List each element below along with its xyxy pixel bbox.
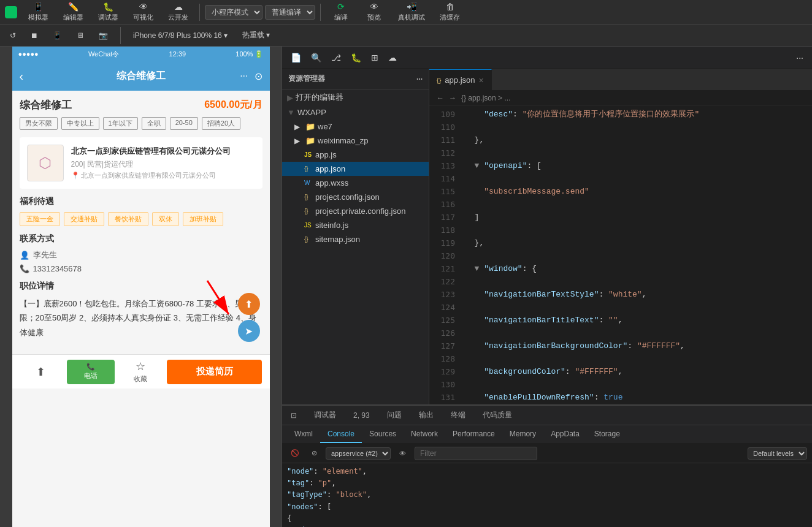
phone-icon: 📞 — [20, 264, 29, 273]
tag-gender: 男女不限 — [20, 117, 58, 130]
back-button[interactable]: ‹ — [20, 69, 24, 83]
more-btn[interactable]: ··· — [792, 50, 807, 65]
devtools-tabs: Wxml Console Sources Network Performance… — [282, 425, 812, 444]
git-btn[interactable]: ⎇ — [327, 50, 345, 65]
appwxss-file[interactable]: W app.wxss — [282, 176, 429, 190]
code-body[interactable]: 109 110 111 112 113 114 115 116 117 118 … — [429, 105, 812, 404]
welfare-title: 福利待遇 — [20, 196, 262, 207]
contact-title: 联系方式 — [20, 233, 262, 245]
open-editors-section[interactable]: ▶ 打开的编辑器 — [282, 89, 429, 105]
breadcrumb: {} app.json > ... — [461, 94, 510, 102]
share-btn[interactable]: ⬆ — [238, 293, 260, 315]
tab-wxml[interactable]: Wxml — [287, 426, 320, 443]
issues-label[interactable]: 问题 — [383, 408, 405, 423]
stop-btn[interactable]: ⏹ — [26, 29, 43, 42]
compile-select[interactable]: 普通编译 — [265, 5, 315, 20]
tag-edu: 中专以上 — [61, 117, 99, 130]
tab-storage[interactable]: Storage — [587, 426, 627, 443]
preview-btn[interactable]: 👁 预览 — [359, 1, 389, 23]
cloud-btn[interactable]: ☁ 云开发 — [162, 1, 194, 23]
file-tree-more-icon[interactable]: ··· — [416, 75, 423, 83]
appjson-file[interactable]: {} app.json — [282, 162, 429, 176]
console-filter-toggle[interactable]: ⊘ — [308, 448, 321, 458]
time-display: 12:39 — [169, 50, 186, 58]
debugger-label: 调试器 — [310, 408, 340, 423]
extensions-btn[interactable]: ⊞ — [367, 50, 382, 65]
log-level-select[interactable]: Default levels — [748, 447, 807, 460]
simulator-btn[interactable]: 📱 模拟器 — [22, 1, 55, 23]
debugger-btn[interactable]: 🐛 调试器 — [92, 1, 124, 23]
battery-display: 100% 🔋 — [236, 50, 263, 58]
terminal-label[interactable]: 终端 — [447, 408, 469, 423]
debug-btn[interactable]: 🐛 — [347, 50, 365, 65]
wxapp-section[interactable]: ▼ WXAPP — [282, 105, 429, 119]
cloud-storage-btn[interactable]: ☁ — [385, 50, 400, 65]
nav-back-icon[interactable]: ← — [437, 94, 444, 102]
tab-network[interactable]: Network — [404, 426, 445, 443]
console-clear-btn[interactable]: 🚫 — [287, 448, 303, 458]
tab-performance[interactable]: Performance — [445, 426, 502, 443]
console-line-1: "tag": "p", — [287, 477, 807, 489]
code-content: "desc": "你的位置信息将用于小程序位置接口的效果展示" }, ▼ "op… — [460, 105, 812, 404]
sitemap-file[interactable]: {} sitemap.json — [282, 232, 429, 246]
tab-console[interactable]: Console — [320, 426, 362, 443]
refresh-btn[interactable]: ↺ — [5, 29, 21, 42]
phone-btn[interactable]: 📱 — [48, 29, 67, 42]
appjson-tab[interactable]: {} app.json × — [429, 69, 492, 90]
job-title: 综合维修工 — [20, 98, 72, 112]
tab-memory[interactable]: Memory — [502, 426, 543, 443]
weixinmao-folder[interactable]: ▶ 📁 weixinmao_zp — [282, 134, 429, 148]
status-dots: ●●●●● — [18, 50, 39, 58]
nav-icons: ··· ⊙ — [240, 70, 262, 82]
more-icon[interactable]: ··· — [240, 70, 248, 82]
nav-forward-icon[interactable]: → — [449, 94, 456, 102]
screen-btn[interactable]: 🖥 — [72, 29, 89, 42]
tab-close-btn[interactable]: × — [479, 75, 484, 85]
hot-reload-btn[interactable]: 热重载 ▾ — [237, 28, 275, 42]
share-bottom-btn[interactable]: ⬆ — [17, 365, 65, 379]
appjs-file[interactable]: JS app.js — [282, 148, 429, 162]
folder-icon-weixinmao: ▶ — [294, 137, 303, 145]
file-tree-header: 资源管理器 ··· — [282, 69, 429, 89]
tab-sources[interactable]: Sources — [362, 426, 404, 443]
we7-label: we7 — [318, 122, 332, 131]
compile-btn[interactable]: ⟳ 编译 — [326, 1, 356, 23]
tab-appdata[interactable]: AppData — [543, 426, 587, 443]
real-device-btn[interactable]: 📲 真机调试 — [392, 1, 431, 23]
apply-bottom-btn[interactable]: 投递简历 — [167, 360, 262, 384]
company-location: 📍 北京一点到家供应链管理有限公司元谋分公司 — [71, 171, 255, 180]
camera-icon[interactable]: ⊙ — [255, 70, 262, 82]
sitemap-label: sitemap.json — [315, 235, 360, 244]
project-private-config-file[interactable]: {} project.private.config.json — [282, 204, 429, 218]
search-btn[interactable]: 🔍 — [307, 50, 325, 65]
appservice-select[interactable]: appservice (#2) — [326, 447, 391, 460]
console-line-3: "nodes": [ — [287, 501, 807, 513]
screenshot-btn[interactable]: 📷 — [94, 29, 113, 42]
collect-bottom-btn[interactable]: ☆ 收藏 — [117, 360, 165, 384]
console-filter-input[interactable] — [415, 447, 537, 460]
siteinfo-file[interactable]: JS siteinfo.js — [282, 218, 429, 232]
file-explorer-btn[interactable]: 📄 — [287, 50, 305, 65]
code-quality-label[interactable]: 代码质量 — [479, 408, 516, 423]
location-icon: 📍 — [71, 172, 80, 180]
device-select[interactable]: iPhone 6/7/8 Plus 100% 16 ▾ — [128, 29, 232, 42]
visual-btn[interactable]: 👁 可视化 — [127, 1, 159, 23]
phone-screen[interactable]: ●●●●● WeChat令 12:39 100% 🔋 ‹ 综合维修工 ··· ⊙ — [12, 47, 270, 527]
devtools-toggle-btn[interactable]: ⊡ — [287, 409, 301, 422]
sitemap-icon: {} — [304, 236, 313, 243]
call-bottom-btn[interactable]: 📞 电话 — [67, 360, 115, 384]
job-tags: 男女不限 中专以上 1年以下 全职 20-50 招聘20人 — [20, 117, 262, 130]
we7-folder[interactable]: ▶ 📁 we7 — [282, 119, 429, 134]
job-detail-text: 【一】底薪2600！包吃包住。月综合工资6800-78 工要求 1、男女不限；2… — [20, 297, 262, 339]
wxapp-fold-icon: ▼ — [287, 108, 295, 117]
editor-btn[interactable]: ✏️ 编辑器 — [57, 1, 90, 23]
location-btn[interactable]: ➤ — [238, 320, 260, 342]
output-label[interactable]: 输出 — [415, 408, 437, 423]
eye-icon-btn[interactable]: 👁 — [396, 449, 410, 458]
project-config-file[interactable]: {} project.config.json — [282, 190, 429, 204]
mode-select[interactable]: 小程序模式 — [205, 5, 262, 20]
config-file-icon: {} — [304, 194, 313, 200]
line-col-label: 2, 93 — [350, 409, 373, 422]
project-config-label: project.config.json — [315, 192, 380, 202]
clear-cache-btn[interactable]: 🗑 清缓存 — [434, 1, 466, 23]
